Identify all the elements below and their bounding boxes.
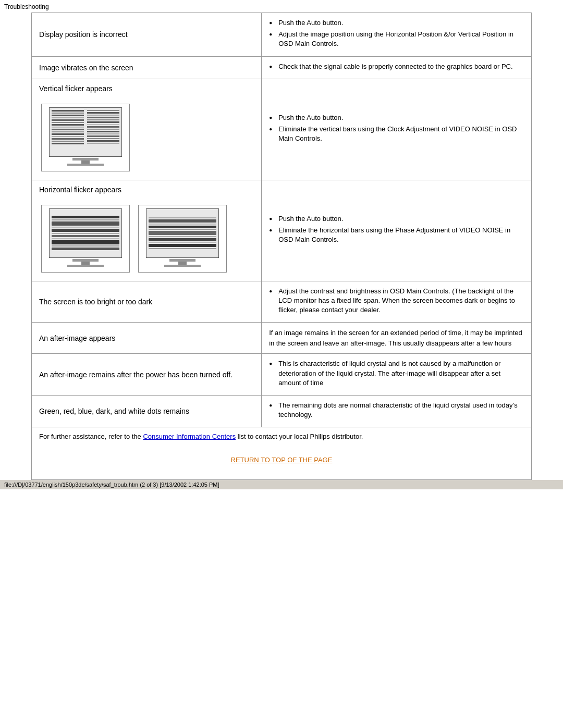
- solution-list: Push the Auto button. Eliminate the vert…: [269, 113, 524, 144]
- page-title: Troubleshooting: [0, 0, 563, 13]
- list-item: The remaining dots are normal characteri…: [269, 401, 524, 419]
- troubleshooting-table: Display position is incorrect Push the A…: [31, 13, 532, 480]
- table-row: Display position is incorrect Push the A…: [32, 13, 532, 57]
- table-row: Vertical flicker appears: [32, 79, 532, 180]
- issue-text: Vertical flicker appears: [39, 84, 113, 93]
- footer-text-before: For further assistance, refer to the: [39, 433, 143, 440]
- solution-list: Check that the signal cable is properly …: [269, 62, 524, 71]
- issue-text: An after-image remains after the power h…: [39, 371, 232, 379]
- table-row: The screen is too bright or too dark Adj…: [32, 281, 532, 323]
- list-item: Eliminate the vertical bars using the Cl…: [269, 125, 524, 143]
- table-row: Image vibrates on the screen Check that …: [32, 56, 532, 79]
- solution-list: Adjust the contrast and brightness in OS…: [269, 287, 524, 315]
- table-row: Horizontal flicker appears: [32, 180, 532, 281]
- return-to-top-link[interactable]: RETURN TO TOP OF THE PAGE: [231, 456, 333, 464]
- solution-list: The remaining dots are normal characteri…: [269, 401, 524, 419]
- solution-cell: Push the Auto button. Eliminate the hori…: [262, 180, 532, 281]
- footer-row: For further assistance, refer to the Con…: [32, 427, 532, 480]
- list-item: Adjust the contrast and brightness in OS…: [269, 287, 524, 315]
- list-item: Check that the signal cable is properly …: [269, 62, 524, 71]
- table-row: Green, red, blue, dark, and white dots r…: [32, 395, 532, 427]
- problem-cell: The screen is too bright or too dark: [32, 281, 262, 323]
- list-item: Push the Auto button.: [269, 113, 524, 122]
- list-item: Push the Auto button.: [269, 18, 524, 28]
- footer-text-after: list to contact your local Philips distr…: [236, 433, 363, 440]
- table-row: An after-image appears If an image remai…: [32, 323, 532, 354]
- issue-text: Display position is incorrect: [39, 30, 128, 39]
- list-item: This is characteristic of liquid crystal…: [269, 359, 524, 388]
- problem-cell: Vertical flicker appears: [32, 79, 262, 180]
- issue-text: Image vibrates on the screen: [39, 64, 133, 72]
- solution-cell: This is characteristic of liquid crystal…: [262, 354, 532, 396]
- solution-cell: Check that the signal cable is properly …: [262, 56, 532, 79]
- horizontal-flicker-image-1: [41, 205, 130, 273]
- problem-cell: Green, red, blue, dark, and white dots r…: [32, 395, 262, 427]
- vertical-flicker-image: [41, 104, 130, 171]
- solution-cell: The remaining dots are normal characteri…: [262, 395, 532, 427]
- solution-list: Push the Auto button. Eliminate the hori…: [269, 214, 524, 245]
- problem-cell: An after-image appears: [32, 323, 262, 354]
- footer-cell: For further assistance, refer to the Con…: [32, 427, 532, 480]
- status-bar: file:///D|/03771/english/150p3de/safety/…: [0, 480, 563, 489]
- solution-cell: If an image remains in the screen for an…: [262, 323, 532, 354]
- issue-text: An after-image appears: [39, 334, 115, 342]
- horizontal-flicker-image-2: [138, 205, 227, 273]
- problem-cell: An after-image remains after the power h…: [32, 354, 262, 396]
- issue-text: Horizontal flicker appears: [39, 186, 121, 194]
- return-section: RETURN TO TOP OF THE PAGE: [39, 440, 524, 474]
- issue-text: The screen is too bright or too dark: [39, 298, 152, 306]
- list-item: Push the Auto button.: [269, 214, 524, 224]
- solution-cell: Push the Auto button. Eliminate the vert…: [262, 79, 532, 180]
- table-row: An after-image remains after the power h…: [32, 354, 532, 396]
- footer-text: For further assistance, refer to the Con…: [39, 433, 524, 440]
- problem-cell: Horizontal flicker appears: [32, 180, 262, 281]
- solution-list: This is characteristic of liquid crystal…: [269, 359, 524, 388]
- problem-cell: Display position is incorrect: [32, 13, 262, 57]
- issue-text: Green, red, blue, dark, and white dots r…: [39, 407, 189, 415]
- list-item: Eliminate the horizontal bars using the …: [269, 226, 524, 244]
- problem-cell: Image vibrates on the screen: [32, 56, 262, 79]
- consumer-info-link[interactable]: Consumer Information Centers: [143, 433, 236, 440]
- list-item: Adjust the image position using the Hori…: [269, 30, 524, 48]
- solution-list: Push the Auto button. Adjust the image p…: [269, 18, 524, 49]
- solution-text: If an image remains in the screen for an…: [269, 328, 524, 348]
- solution-cell: Adjust the contrast and brightness in OS…: [262, 281, 532, 323]
- solution-cell: Push the Auto button. Adjust the image p…: [262, 13, 532, 57]
